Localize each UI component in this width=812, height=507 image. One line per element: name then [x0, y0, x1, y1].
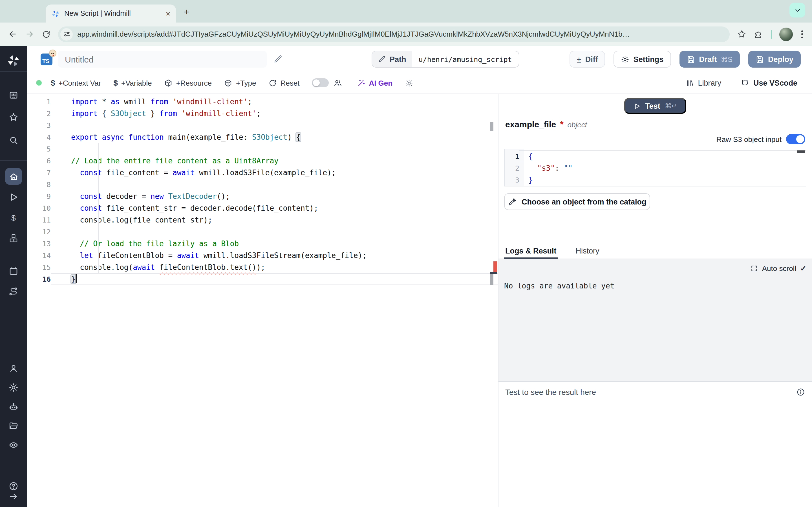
bookmark-star-icon[interactable]: [737, 29, 747, 39]
pencil-icon: [378, 55, 386, 63]
script-header: TS Untitled Path u/henri/amusing_script: [27, 46, 812, 72]
reset-button[interactable]: Reset: [268, 78, 299, 87]
sidebar-item-resources[interactable]: [8, 233, 18, 243]
auto-scroll-control[interactable]: Auto scroll ✓: [751, 264, 806, 273]
test-button[interactable]: Test ⌘↵: [624, 98, 686, 114]
draft-button[interactable]: Draft ⌘S: [679, 51, 740, 68]
deploy-button[interactable]: Deploy: [748, 51, 801, 68]
diff-button[interactable]: ± Diff: [569, 51, 605, 68]
cat-icon: [741, 78, 749, 87]
save-icon: [756, 55, 764, 63]
result-tabs: Logs & Result History: [499, 243, 812, 259]
sidebar-item-runs[interactable]: [8, 192, 18, 202]
tab-strip: New Script | Windmill × +: [0, 0, 812, 22]
sidebar-item-settings[interactable]: [8, 383, 18, 393]
magic-wand-icon: [357, 78, 365, 87]
sidebar-item-user[interactable]: [8, 363, 18, 374]
preview-panel: Test ⌘↵ example_file* object Raw S3 obje…: [498, 94, 812, 507]
bun-runtime-icon: [49, 49, 56, 57]
tab-title: New Script | Windmill: [64, 10, 161, 17]
url-text: app.windmill.dev/scripts/add#JTdCJTIyaGF…: [77, 30, 630, 38]
expand-icon: [751, 265, 758, 272]
sidebar-item-folders[interactable]: [8, 421, 18, 431]
language-badge-ts[interactable]: TS: [41, 53, 52, 65]
sidebar-item-flows[interactable]: [8, 287, 18, 297]
code-editor[interactable]: 1import * as wmill from 'windmill-client…: [27, 94, 498, 507]
tab-close-icon[interactable]: ×: [166, 10, 170, 17]
sidebar-item-schedules[interactable]: [8, 266, 18, 276]
edit-summary-icon[interactable]: [273, 55, 283, 64]
sidebar-item-workers[interactable]: [8, 402, 18, 412]
play-icon: [633, 102, 641, 110]
path-value: u/henri/amusing_script: [412, 51, 519, 67]
url-bar[interactable]: app.windmill.dev/scripts/add#JTdCJTIyaGF…: [58, 26, 730, 42]
path-button[interactable]: Path u/henri/amusing_script: [371, 51, 519, 68]
info-icon[interactable]: [796, 388, 805, 397]
tab-history[interactable]: History: [574, 243, 601, 259]
browser-tab[interactable]: New Script | Windmill ×: [46, 4, 176, 22]
collapse-arrow-icon[interactable]: [9, 492, 18, 501]
check-icon: ✓: [800, 264, 806, 273]
code-lines: 1import * as wmill from 'windmill-client…: [27, 96, 498, 285]
choose-object-button[interactable]: Choose an object from the catalog: [504, 193, 651, 210]
logs-panel: Auto scroll ✓ No logs are available yet: [499, 259, 812, 382]
lsp-status-dot: [36, 80, 42, 86]
site-settings-icon[interactable]: [60, 28, 73, 40]
browser-chrome: New Script | Windmill × +: [0, 0, 812, 46]
ai-gen-button[interactable]: AI Gen: [357, 78, 393, 87]
error-overview-mark: [493, 262, 497, 273]
raw-s3-toggle[interactable]: [786, 134, 805, 144]
path-label: Path: [390, 55, 406, 63]
extensions-puzzle-icon[interactable]: [754, 29, 763, 39]
pipette-icon: [508, 198, 516, 206]
add-resource-button[interactable]: +Resource: [164, 78, 211, 87]
script-title: Untitled: [65, 54, 94, 64]
svg-text:$: $: [11, 213, 16, 222]
json-arg-editor[interactable]: 1{2 "s3": ""3}: [504, 149, 806, 186]
windmill-logo[interactable]: [7, 54, 20, 68]
argument-row: example_file* object: [505, 119, 805, 129]
script-title-input[interactable]: Untitled: [58, 51, 267, 68]
sidebar-item-favorites[interactable]: [8, 112, 18, 122]
editor-settings-gear-icon[interactable]: [405, 78, 413, 87]
use-vscode-button[interactable]: Use VScode: [741, 78, 797, 87]
library-button[interactable]: Library: [686, 78, 721, 87]
no-logs-message: No logs are available yet: [504, 282, 614, 290]
reload-button[interactable]: [42, 30, 51, 39]
result-panel: Test to see the result here: [499, 382, 812, 507]
editor-toolbar: $ +Context Var $ +Variable +Resource +Ty…: [27, 72, 812, 94]
tab-search-button[interactable]: [790, 3, 805, 17]
sidebar-item-variables[interactable]: $: [8, 213, 18, 223]
back-button[interactable]: [8, 29, 17, 39]
multiplayer-toggle[interactable]: [312, 78, 329, 87]
add-context-var-button[interactable]: $ +Context Var: [51, 78, 101, 87]
sidebar-item-audit-logs[interactable]: [8, 440, 18, 450]
profile-divider: [771, 30, 772, 39]
result-hint: Test to see the result here: [505, 388, 596, 397]
new-tab-button[interactable]: +: [184, 7, 190, 18]
sidebar-item-workspace[interactable]: [8, 90, 18, 100]
browser-menu-icon[interactable]: [800, 29, 804, 39]
add-variable-button[interactable]: $ +Variable: [113, 78, 152, 87]
sidebar-rail: $: [0, 46, 27, 507]
package-icon: [224, 78, 233, 87]
library-icon: [686, 78, 694, 87]
settings-button[interactable]: Settings: [614, 51, 671, 68]
package-icon: [164, 78, 172, 87]
rail-divider: [0, 71, 27, 71]
url-row: app.windmill.dev/scripts/add#JTdCJTIyaGF…: [0, 22, 812, 46]
forward-button[interactable]: [25, 29, 35, 39]
sidebar-item-search[interactable]: [8, 135, 18, 145]
raw-s3-label: Raw S3 object input: [716, 135, 781, 144]
test-shortcut: ⌘↵: [665, 102, 677, 110]
multiplayer-users-icon[interactable]: [333, 78, 342, 87]
tab-logs-result[interactable]: Logs & Result: [504, 243, 558, 259]
save-icon: [687, 55, 695, 63]
sidebar-item-home[interactable]: [5, 168, 22, 185]
help-icon[interactable]: [8, 481, 18, 491]
add-type-button[interactable]: +Type: [224, 78, 256, 87]
scrollbar-mark: [490, 274, 493, 285]
ts-label: TS: [42, 58, 50, 64]
profile-avatar[interactable]: [779, 27, 793, 41]
draft-shortcut: ⌘S: [721, 55, 732, 63]
